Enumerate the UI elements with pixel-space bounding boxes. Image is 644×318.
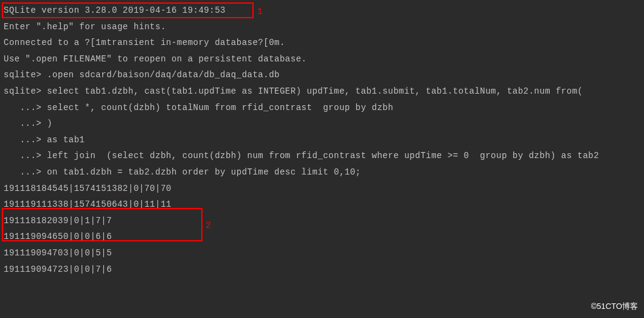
result-row: 191118184545|1574151382|0|70|70 bbox=[4, 181, 640, 197]
terminal-line: sqlite> .open sdcard/baison/daq/data/db_… bbox=[4, 67, 640, 83]
result-row: 191118182039|0|1|7|7 bbox=[4, 213, 640, 229]
watermark: ©51CTO博客 bbox=[591, 299, 638, 314]
terminal-line: Enter ".help" for usage hints. bbox=[4, 19, 640, 35]
terminal-line: ...> select *, count(dzbh) totalNum from… bbox=[4, 100, 640, 116]
terminal-line: ...> as tab1 bbox=[4, 132, 640, 148]
terminal-line: ...> on tab1.dzbh = tab2.dzbh order by u… bbox=[4, 164, 640, 181]
terminal-line: Connected to a ?[1mtransient in-memory d… bbox=[4, 35, 640, 51]
result-row: 191119094703|0|0|5|5 bbox=[4, 245, 640, 261]
result-row: 191119111338|1574150643|0|11|11 bbox=[4, 196, 640, 213]
result-row: 191119094650|0|0|6|6 bbox=[4, 229, 640, 245]
terminal-output[interactable]: SQLite version 3.28.0 2019-04-16 19:49:5… bbox=[0, 0, 644, 280]
terminal-line: ...> ) bbox=[4, 116, 640, 132]
result-row: 191119094723|0|0|7|6 bbox=[4, 261, 640, 278]
terminal-line: SQLite version 3.28.0 2019-04-16 19:49:5… bbox=[4, 2, 640, 19]
terminal-line: sqlite> select tab1.dzbh, cast(tab1.updT… bbox=[4, 83, 640, 100]
terminal-line: ...> left join (select dzbh, count(dzbh)… bbox=[4, 148, 640, 164]
annotation-2: 2 bbox=[206, 218, 211, 235]
annotation-1: 1 bbox=[257, 4, 263, 21]
terminal-line: Use ".open FILENAME" to reopen on a pers… bbox=[4, 51, 640, 67]
